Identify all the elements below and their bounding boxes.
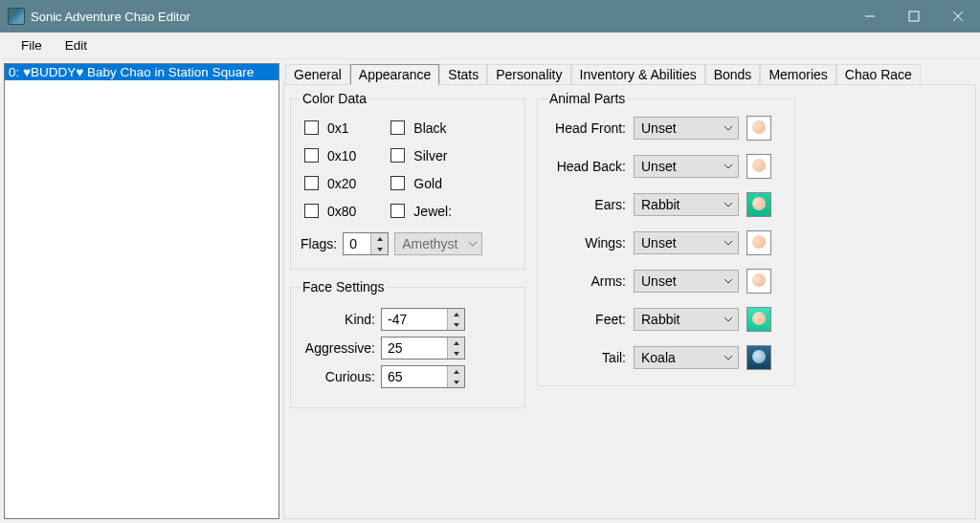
spinner-up-icon[interactable]	[448, 338, 464, 348]
animal-part-value: Unset	[635, 273, 719, 289]
face-settings-group: Face Settings Kind:Aggressive:Curious:	[290, 279, 525, 408]
face-row: Aggressive:	[301, 337, 515, 360]
animal-part-thumb	[746, 269, 771, 294]
face-settings-legend: Face Settings	[301, 279, 387, 294]
flags-input[interactable]	[344, 233, 370, 254]
animal-part-combo-0[interactable]: Unset	[634, 117, 739, 140]
animal-part-thumb	[746, 116, 771, 141]
menu-file[interactable]: File	[10, 36, 54, 54]
animal-part-row: Arms:Unset	[547, 269, 785, 294]
chao-listbox[interactable]: 0: ♥BUDDY♥ Baby Chao in Station Square	[4, 63, 279, 519]
tab-general[interactable]: General	[285, 64, 350, 84]
animal-part-row: Head Back:Unset	[547, 154, 785, 179]
jewel-combo: Amethyst	[394, 232, 482, 255]
tab-memories[interactable]: Memories	[760, 64, 835, 84]
face-input[interactable]	[382, 309, 447, 330]
animal-parts-group: Animal Parts Head Front:UnsetHead Back:U…	[537, 91, 795, 386]
animal-part-label: Ears:	[547, 197, 626, 212]
checkbox-0x1[interactable]: 0x1	[301, 118, 356, 138]
face-row: Curious:	[301, 365, 515, 388]
checkbox-0x20[interactable]: 0x20	[301, 173, 356, 193]
spinner-down-icon[interactable]	[371, 244, 388, 254]
animal-part-thumb	[746, 345, 771, 370]
animal-part-label: Head Front:	[547, 120, 626, 136]
tabs-row: General Appearance Stats Personality Inv…	[285, 63, 976, 84]
animal-part-value: Rabbit	[635, 312, 719, 327]
face-label: Kind:	[301, 312, 375, 327]
window-title: Sonic Adventure Chao Editor	[31, 10, 848, 24]
animal-part-value: Koala	[635, 350, 719, 365]
checkbox-0x80[interactable]: 0x80	[301, 201, 356, 221]
animal-part-value: Unset	[635, 235, 719, 251]
chevron-down-icon[interactable]	[719, 278, 738, 284]
animal-part-combo-2[interactable]: Rabbit	[634, 193, 739, 216]
tab-chao-race[interactable]: Chao Race	[836, 64, 921, 84]
face-spinner-0[interactable]	[381, 308, 465, 331]
maximize-button[interactable]	[892, 0, 936, 33]
face-label: Aggressive:	[301, 340, 375, 356]
titlebar: Sonic Adventure Chao Editor	[0, 0, 980, 33]
face-input[interactable]	[382, 338, 447, 359]
face-row: Kind:	[301, 308, 515, 331]
color-data-legend: Color Data	[301, 91, 368, 106]
chevron-down-icon	[464, 241, 481, 247]
chevron-down-icon[interactable]	[719, 163, 738, 169]
animal-part-label: Arms:	[547, 273, 626, 289]
animal-part-row: Ears:Rabbit	[547, 192, 785, 217]
animal-part-label: Head Back:	[547, 159, 626, 174]
face-input[interactable]	[382, 366, 447, 387]
flags-spinner[interactable]	[343, 232, 389, 255]
animal-part-thumb	[746, 307, 771, 332]
animal-part-row: Wings:Unset	[547, 230, 785, 255]
checkbox-0x10[interactable]: 0x10	[301, 145, 356, 165]
app-icon	[8, 8, 25, 25]
tab-stats[interactable]: Stats	[439, 64, 487, 84]
animal-part-combo-3[interactable]: Unset	[634, 231, 739, 254]
spinner-up-icon[interactable]	[448, 309, 464, 319]
tab-bonds[interactable]: Bonds	[705, 64, 761, 84]
menu-edit[interactable]: Edit	[54, 36, 99, 54]
spinner-down-icon[interactable]	[448, 319, 464, 330]
animal-part-combo-5[interactable]: Rabbit	[634, 308, 739, 331]
chevron-down-icon[interactable]	[719, 240, 738, 246]
close-button[interactable]	[936, 0, 980, 33]
tab-inventory-abilities[interactable]: Inventory & Abilities	[571, 64, 705, 84]
jewel-combo-value: Amethyst	[395, 236, 464, 251]
spinner-down-icon[interactable]	[448, 377, 464, 387]
animal-part-thumb	[746, 154, 771, 179]
animal-part-row: Feet:Rabbit	[547, 307, 785, 332]
svg-rect-0	[909, 11, 919, 21]
face-spinner-1[interactable]	[381, 337, 465, 360]
animal-part-label: Tail:	[547, 350, 626, 365]
checkbox-black[interactable]: Black	[387, 118, 452, 138]
animal-parts-legend: Animal Parts	[547, 91, 627, 106]
minimize-button[interactable]	[848, 0, 892, 33]
chevron-down-icon[interactable]	[719, 316, 738, 322]
chevron-down-icon[interactable]	[719, 125, 738, 131]
animal-part-row: Head Front:Unset	[547, 116, 785, 141]
animal-part-combo-4[interactable]: Unset	[634, 270, 739, 293]
face-spinner-2[interactable]	[381, 365, 465, 388]
chevron-down-icon[interactable]	[719, 355, 738, 360]
animal-part-label: Feet:	[547, 312, 626, 327]
chevron-down-icon[interactable]	[719, 202, 738, 207]
spinner-up-icon[interactable]	[448, 366, 464, 377]
animal-part-thumb	[746, 192, 771, 217]
menubar: File Edit	[0, 33, 980, 59]
tab-personality[interactable]: Personality	[487, 64, 570, 84]
animal-part-combo-1[interactable]: Unset	[634, 155, 739, 178]
spinner-down-icon[interactable]	[448, 348, 464, 359]
color-data-group: Color Data 0x1 0x10 0x20 0x80 Black Silv…	[290, 91, 525, 270]
animal-part-row: Tail:Koala	[547, 345, 785, 370]
checkbox-jewel[interactable]: Jewel:	[387, 201, 452, 221]
animal-part-label: Wings:	[547, 235, 626, 251]
checkbox-silver[interactable]: Silver	[387, 145, 452, 165]
face-label: Curious:	[301, 369, 375, 384]
list-item[interactable]: 0: ♥BUDDY♥ Baby Chao in Station Square	[5, 64, 278, 80]
animal-part-combo-6[interactable]: Koala	[634, 346, 739, 369]
checkbox-gold[interactable]: Gold	[387, 173, 452, 193]
animal-part-value: Unset	[635, 159, 719, 174]
tab-appearance[interactable]: Appearance	[350, 64, 440, 85]
animal-part-value: Unset	[635, 120, 719, 136]
spinner-up-icon[interactable]	[371, 233, 388, 244]
